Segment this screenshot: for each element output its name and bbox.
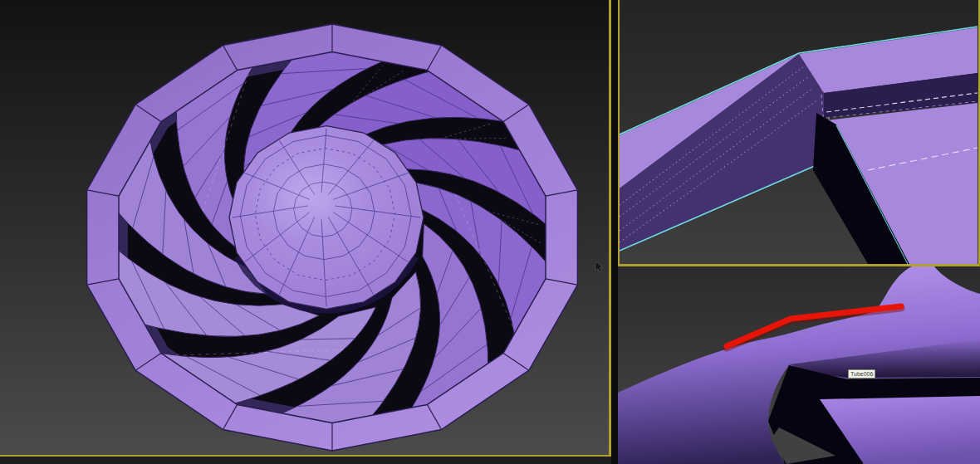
fan-model xyxy=(87,24,578,451)
edge-closeup-svg xyxy=(620,0,978,264)
viewport-left-fan[interactable] xyxy=(0,0,611,457)
window-bottom-strip xyxy=(0,457,611,464)
viewport-divider[interactable] xyxy=(611,0,618,464)
viewport-bottom-right-shaded[interactable]: Tube006 xyxy=(618,266,980,464)
viewport-top-right-edges[interactable] xyxy=(618,0,980,266)
object-name-tooltip: Tube006 xyxy=(848,369,875,379)
viewport-canvas: Tube006 xyxy=(0,0,980,464)
fan-wireframe-svg xyxy=(0,0,609,455)
mouse-cursor-icon xyxy=(595,261,606,274)
shaded-closeup-svg xyxy=(618,266,980,464)
